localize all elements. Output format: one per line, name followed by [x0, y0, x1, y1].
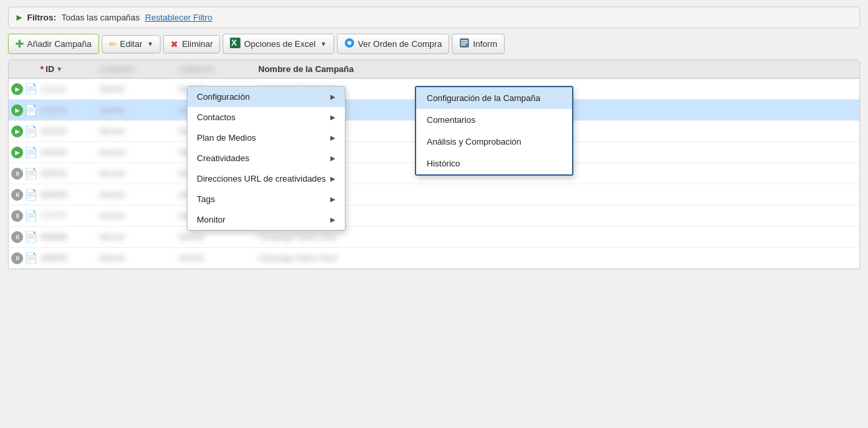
- header-id-col[interactable]: * ID ▼: [35, 64, 94, 74]
- excel-button[interactable]: X Opciones de Excel ▼: [223, 34, 334, 54]
- row-icons: ⏸ 📄: [9, 231, 35, 243]
- submenu-arrow-icon: ▶: [330, 175, 336, 182]
- inform-button[interactable]: Inform: [452, 34, 505, 54]
- row-col2: blurred: [94, 106, 174, 115]
- pause-icon: ⏸: [11, 168, 23, 180]
- row-id: 555555: [35, 169, 94, 178]
- submenu-arrow-icon: ▶: [330, 216, 336, 223]
- menu-item-tags-label: Tags: [197, 194, 215, 204]
- table-row[interactable]: ⏸ 📄 888888 blurred blurred Campaign Name…: [9, 227, 859, 248]
- table-row[interactable]: ⏸ 📄 666666 blurred blurred Campaign Name…: [9, 184, 859, 205]
- row-col2: blurred: [94, 211, 174, 221]
- edit-icon: ✏: [109, 39, 117, 50]
- submenu-item-configuracion-campana-label: Configuración de la Campaña: [427, 93, 540, 103]
- menu-item-url-creatividades[interactable]: Direcciones URL de creatividades ▶: [188, 168, 345, 189]
- row-id: 666666: [35, 190, 94, 199]
- required-star: *: [40, 64, 44, 74]
- submenu-item-historico-label: Histórico: [427, 159, 460, 168]
- submenu-item-analisis[interactable]: Análisis y Comprobación: [416, 131, 572, 153]
- menu-item-plan-medios[interactable]: Plan de Medios ▶: [188, 127, 345, 148]
- row-col2: blurred: [94, 127, 174, 136]
- row-icons: ⏸ 📄: [9, 167, 35, 180]
- row-icons: ⏸ 📄: [9, 252, 35, 264]
- toolbar: ✚ Añadir Campaña ✏ Editar ▼ ✖ Eliminar X…: [8, 34, 860, 54]
- add-campaign-button[interactable]: ✚ Añadir Campaña: [8, 34, 99, 54]
- row-col2: blurred: [94, 254, 174, 263]
- configuracion-submenu: Configuración de la Campaña Comentarios …: [415, 86, 573, 176]
- pause-icon: ⏸: [11, 210, 23, 222]
- delete-button[interactable]: ✖ Eliminar: [163, 35, 220, 54]
- filter-bar: ▶ Filtros: Todas las campañas Restablece…: [8, 7, 860, 28]
- order-icon: [344, 38, 355, 50]
- excel-icon: X: [230, 38, 240, 50]
- row-id: 333333: [35, 127, 94, 136]
- edit-dropdown-menu: Configuración ▶ Contactos ▶ Plan de Medi…: [187, 86, 345, 231]
- play-icon: ▶: [11, 104, 23, 116]
- submenu-arrow-icon: ▶: [330, 134, 336, 141]
- row-id: 111111: [35, 85, 94, 94]
- table-header: * ID ▼ Column2 Column3 Nombre de la Camp…: [9, 60, 859, 79]
- row-icons: ▶ 📄: [9, 125, 35, 137]
- row-col2: blurred: [94, 169, 174, 178]
- play-icon: ▶: [11, 147, 23, 159]
- edit-button[interactable]: ✏ Editar ▼: [102, 35, 161, 54]
- pause-icon: ⏸: [11, 189, 23, 201]
- inform-icon: [459, 38, 470, 50]
- submenu-arrow-icon: ▶: [330, 114, 336, 121]
- menu-item-url-creatividades-label: Direcciones URL de creatividades: [197, 174, 326, 184]
- order-button[interactable]: Ver Orden de Compra: [337, 34, 449, 54]
- pause-icon: ⏸: [11, 252, 23, 264]
- row-col2: blurred: [94, 232, 174, 242]
- row-id: 222222: [35, 106, 94, 115]
- submenu-item-historico[interactable]: Histórico: [416, 153, 572, 174]
- menu-item-creatividades[interactable]: Creatividades ▶: [188, 148, 345, 168]
- row-col3: blurred: [174, 254, 253, 263]
- svg-rect-6: [461, 42, 468, 44]
- row-icons: ⏸ 📄: [9, 209, 35, 222]
- row-id: 777777: [35, 211, 94, 221]
- submenu-item-comentarios-label: Comentarios: [427, 115, 476, 125]
- table-row[interactable]: ⏸ 📄 777777 blurred blurred Campaign Name…: [9, 205, 859, 227]
- filter-reset-link[interactable]: Restablecer Filtro: [145, 13, 213, 22]
- excel-label: Opciones de Excel: [244, 39, 315, 49]
- svg-rect-5: [461, 40, 468, 42]
- menu-item-configuracion[interactable]: Configuración ▶: [188, 87, 345, 107]
- row-icons: ▶ 📄: [9, 146, 35, 159]
- row-name: Campaign Name Here: [253, 232, 859, 242]
- menu-item-monitor-label: Monitor: [197, 215, 225, 225]
- edit-dropdown-arrow-icon: ▼: [147, 40, 154, 48]
- filter-all-campaigns: Todas las campañas: [61, 13, 140, 22]
- menu-item-tags[interactable]: Tags ▶: [188, 189, 345, 209]
- sort-icon[interactable]: ▼: [56, 65, 63, 73]
- menu-item-contactos[interactable]: Contactos ▶: [188, 107, 345, 127]
- menu-item-plan-medios-label: Plan de Medios: [197, 133, 256, 143]
- row-id: 999999: [35, 254, 94, 263]
- delete-label: Eliminar: [182, 39, 213, 49]
- delete-icon: ✖: [170, 39, 178, 50]
- filter-arrow-icon: ▶: [17, 13, 22, 22]
- menu-item-creatividades-label: Creatividades: [197, 153, 250, 163]
- table-row[interactable]: ⏸ 📄 999999 blurred blurred Campaign Name…: [9, 248, 859, 269]
- menu-item-monitor[interactable]: Monitor ▶: [188, 209, 345, 230]
- add-campaign-label: Añadir Campaña: [27, 39, 92, 49]
- submenu-item-configuracion-campana[interactable]: Configuración de la Campaña: [416, 87, 572, 109]
- menu-item-contactos-label: Contactos: [197, 112, 236, 122]
- row-col2: blurred: [94, 148, 174, 157]
- header-id-label: ID: [46, 64, 54, 74]
- edit-label: Editar: [120, 39, 143, 49]
- play-icon: ▶: [11, 83, 23, 95]
- header-name-col: Nombre de la Campaña: [253, 64, 859, 74]
- svg-rect-7: [461, 44, 466, 46]
- submenu-item-analisis-label: Análisis y Comprobación: [427, 137, 521, 147]
- row-id: 888888: [35, 232, 94, 242]
- submenu-arrow-icon: ▶: [330, 196, 336, 203]
- header-col2: Column2: [94, 64, 174, 74]
- submenu-arrow-icon: ▶: [330, 155, 336, 162]
- filter-label: Filtros:: [27, 13, 56, 22]
- add-icon: ✚: [15, 38, 24, 50]
- pause-icon: ⏸: [11, 231, 23, 243]
- submenu-item-comentarios[interactable]: Comentarios: [416, 109, 572, 131]
- header-checkbox-col: [9, 64, 35, 74]
- svg-text:X: X: [231, 38, 237, 48]
- row-col2: blurred: [94, 190, 174, 199]
